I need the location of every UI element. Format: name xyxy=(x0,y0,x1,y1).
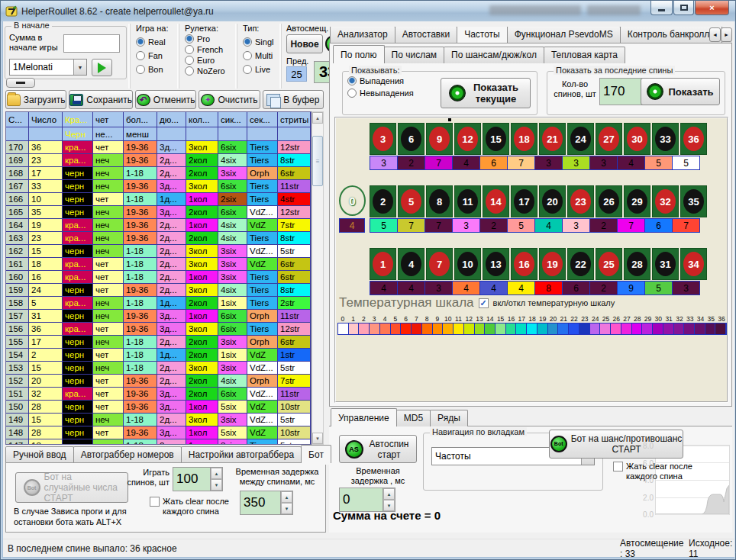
temperature-color-cell xyxy=(600,323,611,334)
stepper-up-icon[interactable]: ▲ xyxy=(211,468,222,479)
show-button[interactable]: Показать xyxy=(641,78,720,105)
tab-main-1[interactable]: Автоставки xyxy=(395,27,458,43)
header-cell: кол... xyxy=(186,112,218,127)
table-cell: 10str xyxy=(278,426,311,439)
stepper-up-icon[interactable]: ▲ xyxy=(281,491,292,503)
board-number-cell: 16 xyxy=(511,248,537,280)
table-cell: 150 xyxy=(6,401,29,414)
board-count-cell: 3 xyxy=(424,281,453,295)
temperature-toggle-checkbox[interactable]: ✓ xyxy=(479,298,489,308)
toolbar-undo-button[interactable]: ↶Отменить xyxy=(135,90,196,109)
radio-label: NoZero xyxy=(197,66,225,76)
start-sum-input[interactable] xyxy=(63,34,120,53)
temperature-color-cell xyxy=(579,323,590,334)
tab-sub-1[interactable]: По числам xyxy=(384,47,445,63)
stepper-down-icon[interactable]: ▼ xyxy=(281,503,292,514)
radio-wheel-1[interactable]: French xyxy=(185,45,230,54)
table-cell: 11str xyxy=(278,388,311,401)
tab-main-2[interactable]: Частоты xyxy=(457,27,508,43)
board-count-cell: 4 xyxy=(452,156,480,170)
table-cell: 19-36 xyxy=(124,154,157,167)
table-scrollbar[interactable]: ▲ ≡ ▼ xyxy=(312,111,324,445)
show-current-button[interactable]: Показать текущие xyxy=(441,78,531,108)
input-tabs: Ручной вводАвтограббер номеровНастройки … xyxy=(5,446,326,463)
bot-chance-start-button[interactable]: Bot Бот на шанс/противошанс СТАРТ xyxy=(549,430,683,459)
table-cell: черн xyxy=(63,206,93,219)
radio-game-2[interactable]: Bon xyxy=(136,65,172,74)
radio-wheel-3[interactable]: NoZero xyxy=(185,66,230,76)
temperature-label: 28 xyxy=(632,315,643,323)
clear-after-spin-checkbox-2[interactable]: Жать clear после каждого спина xyxy=(613,462,712,481)
minimize-button[interactable] xyxy=(650,1,673,15)
tabs-scroll-right-icon[interactable]: ► xyxy=(721,27,732,42)
table-cell: 19-36 xyxy=(124,232,157,245)
close-button[interactable]: × xyxy=(695,1,729,15)
temperature-color-cell xyxy=(464,323,475,334)
scroll-down-icon[interactable]: ▼ xyxy=(312,433,323,444)
tab-ctrl-1[interactable]: MD5 xyxy=(396,410,431,426)
tab-sub-2[interactable]: По шансам/дюж/кол xyxy=(444,47,544,63)
temperature-label: 0 xyxy=(337,315,348,323)
tab-ctrl-2[interactable]: Ряды xyxy=(430,410,468,426)
temperature-header: Температурная шкала ✓ вкл/откл температу… xyxy=(339,295,615,311)
radio-type-2[interactable]: Live xyxy=(243,65,276,74)
tab-main-4[interactable]: Контроль банкролла xyxy=(620,27,722,43)
stepper-down-icon[interactable]: ▼ xyxy=(211,479,222,491)
table-cell: 149 xyxy=(6,414,29,426)
scrollbar-track[interactable] xyxy=(312,186,323,433)
radio-wheel-2[interactable]: Euro xyxy=(185,56,230,65)
table-cell: 4str xyxy=(278,193,311,206)
board-number-cell: 11 xyxy=(454,185,481,217)
collapse-button[interactable] xyxy=(6,78,35,88)
toolbar-clear-button[interactable]: ✦Очистить xyxy=(199,90,260,109)
radio-wheel-0[interactable]: Pro xyxy=(185,34,230,43)
tab-input-0[interactable]: Ручной ввод xyxy=(5,446,74,463)
stepper-up-icon[interactable]: ▲ xyxy=(383,488,395,500)
tab-input-3[interactable]: Бот xyxy=(301,445,331,463)
temperature-label: 23 xyxy=(579,315,590,323)
radio-game-0[interactable]: Real xyxy=(136,37,172,47)
maximize-button[interactable] xyxy=(673,1,694,15)
tab-sub-0[interactable]: По полю xyxy=(333,45,385,63)
window-title: HelperRoullet 8.62 - create helperroulle… xyxy=(21,6,214,17)
spin-delay-stepper[interactable]: 350 ▲▼ xyxy=(240,491,293,515)
temperature-color-cell xyxy=(496,323,506,334)
tab-ctrl-0[interactable]: Управление xyxy=(331,408,397,426)
bot-random-start-button[interactable]: Bot Бот на случайные числа СТАРТ xyxy=(15,472,128,503)
header-cell: бол... xyxy=(124,112,157,127)
tab-main-3[interactable]: Функционал PsevdoMS xyxy=(507,27,621,43)
table-cell: 2кол xyxy=(186,297,218,310)
board-number-cell: 17 xyxy=(511,185,537,217)
radio-game-1[interactable]: Fan xyxy=(136,51,172,60)
red-number-oval: 7 xyxy=(429,252,450,276)
board-numbers-row: 147101316192225283134 xyxy=(370,248,707,280)
account-sum-text: Сумма на счете = 0 xyxy=(333,509,441,522)
new-button[interactable]: Новое xyxy=(286,34,323,53)
zero-number: 0 xyxy=(339,185,366,216)
close-icon: × xyxy=(709,3,714,12)
toolbar-copy-button[interactable]: В буфер xyxy=(263,90,324,109)
toolbar-open-folder-button[interactable]: Загрузить xyxy=(5,90,66,109)
chevron-down-icon[interactable]: ▼ xyxy=(73,60,86,75)
temperature-label: 14 xyxy=(485,315,496,323)
tab-sub-3[interactable]: Тепловая карта xyxy=(544,47,625,63)
tab-input-2[interactable]: Настройки автограббера xyxy=(181,446,302,463)
preset-combobox[interactable]: 1Melonati ▼ xyxy=(9,59,87,76)
spins-count-stepper[interactable]: 100 ▲▼ xyxy=(173,467,223,491)
radio-type-1[interactable]: Multi xyxy=(243,51,276,60)
radio-type-0[interactable]: Singl xyxy=(243,37,276,47)
table-cell: 3д... xyxy=(157,401,186,414)
toolbar-save-floppy-button[interactable]: Сохранить xyxy=(69,90,133,109)
table-cell: 12str xyxy=(278,141,311,154)
table-cell: 1кол xyxy=(186,219,218,232)
scroll-up-icon[interactable]: ▲ xyxy=(312,112,323,124)
table-cell: 3кол xyxy=(186,245,218,258)
tab-main-0[interactable]: Анализатор xyxy=(330,27,395,43)
scrollbar-thumb[interactable]: ≡ xyxy=(312,136,323,186)
tabs-scroll-left-icon[interactable]: ◄ xyxy=(709,27,721,42)
temperature-label: 17 xyxy=(516,315,527,323)
play-button[interactable] xyxy=(92,59,112,76)
autospin-start-button[interactable]: AS Автоспин старт xyxy=(339,435,417,463)
tab-input-1[interactable]: Автограббер номеров xyxy=(73,446,182,463)
table-cell: 2д... xyxy=(157,219,186,232)
